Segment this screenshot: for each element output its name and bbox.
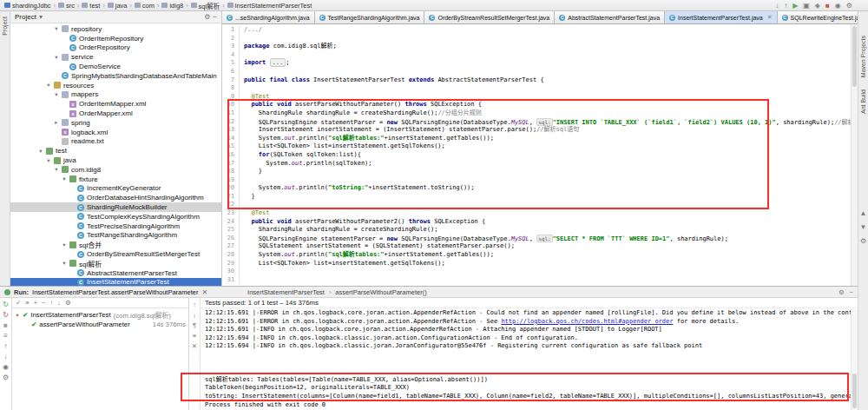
- project-tree-item[interactable]: ▾sql解析: [10, 259, 221, 268]
- tree-expanded-arrow-icon[interactable]: ▾: [62, 175, 67, 182]
- project-tree-item[interactable]: CTestRangeShardingAlgorithm: [10, 231, 221, 241]
- debug-icon[interactable]: ▣: [803, 2, 810, 10]
- project-tree-item[interactable]: CInsertStatementParserTest: [10, 278, 221, 286]
- project-tree-item[interactable]: COrderItemRepository: [10, 34, 221, 43]
- console-output[interactable]: 12:12:15.691 |-ERROR in ch.qos.logback.c…: [201, 309, 851, 410]
- print-icon[interactable]: ≡: [193, 332, 196, 340]
- panel-settings-icon[interactable]: ⚙: [204, 13, 210, 21]
- close-run-tab-icon[interactable]: ✕: [201, 288, 207, 296]
- breadcrumb-item[interactable]: test: [82, 2, 100, 10]
- breadcrumb-item[interactable]: src: [58, 2, 75, 10]
- run-icon[interactable]: ▶: [792, 2, 798, 10]
- project-tree-item[interactable]: ▾sql合并: [10, 240, 221, 249]
- tree-expanded-arrow-icon[interactable]: ▾: [46, 82, 51, 89]
- project-tree-item[interactable]: ▸spring: [10, 118, 221, 128]
- up-icon[interactable]: ↑: [4, 342, 8, 350]
- project-tree-item[interactable]: CTestComplexKeysShardingAlgorithm: [10, 212, 221, 222]
- search-icon[interactable]: ◉: [835, 2, 841, 10]
- editor-tab[interactable]: CAbstractStatementParserTest.java: [555, 11, 665, 23]
- tree-expanded-arrow-icon[interactable]: ▾: [54, 166, 59, 173]
- previous-failed-icon[interactable]: ↑: [49, 299, 53, 307]
- tool-stripe-button-maven-projects[interactable]: Maven Projects: [860, 36, 866, 77]
- project-tree-item[interactable]: ▾repository: [10, 24, 221, 34]
- breadcrumb-item[interactable]: shardingJdbc: [4, 2, 51, 10]
- breadcrumb-item[interactable]: InsertStatementParserTest: [227, 2, 312, 10]
- project-tree-item[interactable]: readme.txt: [10, 137, 221, 147]
- rerun-icon[interactable]: ↻: [3, 301, 9, 308]
- breadcrumb-item[interactable]: java: [108, 2, 128, 10]
- project-tree-item[interactable]: COrderByStreamResultSetMergerTest: [10, 249, 221, 259]
- project-tree-item[interactable]: CIncrementKeyGenerator: [10, 184, 221, 194]
- project-tree-item[interactable]: ▾com.idig8: [10, 165, 221, 175]
- tree-expanded-arrow-icon[interactable]: ▾: [46, 157, 51, 164]
- run-tab[interactable]: InsertStatementParserTest.assertParseWit…: [32, 288, 198, 296]
- soft-wrap-icon[interactable]: ¶: [193, 321, 196, 329]
- clear-console-icon[interactable]: ✕: [192, 342, 197, 350]
- project-tree-item[interactable]: COrderDatabaseHintShardingAlgorithm: [10, 193, 221, 202]
- hide-passed-icon[interactable]: ✓: [16, 299, 21, 307]
- collapse-all-icon[interactable]: −: [42, 299, 45, 307]
- project-tree-item[interactable]: ▾fixture: [10, 175, 221, 184]
- tree-expanded-arrow-icon[interactable]: ▾: [62, 260, 67, 267]
- tree-expanded-arrow-icon[interactable]: ▾: [54, 91, 59, 98]
- breadcrumb-item[interactable]: sql解析: [191, 1, 220, 10]
- project-tree-item[interactable]: ▾mappers: [10, 90, 221, 100]
- project-tree-item[interactable]: xOrderMapper.xml: [10, 109, 221, 118]
- project-tree-item[interactable]: CSpringMybatisShardingDatabaseAndTableMa…: [10, 71, 221, 81]
- tool-settings-icon[interactable]: ⚙: [860, 237, 866, 245]
- settings-icon[interactable]: ⚙: [3, 374, 9, 381]
- project-tree-item[interactable]: xOrderItemMapper.xml: [10, 99, 221, 109]
- tree-expanded-arrow-icon[interactable]: ▾: [38, 148, 43, 155]
- tree-expanded-arrow-icon[interactable]: ▾: [54, 25, 59, 32]
- project-panel-title[interactable]: Project: [15, 13, 36, 21]
- tree-expanded-arrow-icon[interactable]: ▾: [15, 312, 20, 319]
- expand-all-icon[interactable]: +: [34, 299, 37, 307]
- tree-expanded-arrow-icon[interactable]: ▾: [54, 54, 59, 61]
- project-tree-item[interactable]: CTestPreciseShardingAlgorithm: [10, 222, 221, 231]
- hide-tool-window-icon[interactable]: −: [850, 288, 853, 296]
- run-settings-icon[interactable]: ⚙: [838, 288, 845, 296]
- project-tree-item[interactable]: ▾test: [10, 146, 221, 155]
- console-link[interactable]: http://logback.qos.ch/codes.html#appende…: [501, 318, 673, 325]
- next-failed-icon[interactable]: ↓: [57, 299, 61, 307]
- test-history-icon[interactable]: ≡: [3, 332, 8, 340]
- editor-breadcrumb-item[interactable]: assertParseWithoutParameter(): [335, 288, 426, 296]
- up-stack-trace-icon[interactable]: ↑: [193, 301, 196, 308]
- coverage-icon[interactable]: ◈: [815, 2, 820, 10]
- vcs-commit-icon[interactable]: ↑: [784, 2, 787, 10]
- console-scrollbar[interactable]: [851, 309, 858, 410]
- down-stack-trace-icon[interactable]: ↓: [193, 311, 196, 319]
- down-icon[interactable]: ↓: [4, 353, 8, 360]
- editor-breadcrumb-item[interactable]: InsertStatementParserTest: [247, 288, 325, 296]
- tool-stripe-button-ant-build[interactable]: Ant Build: [860, 89, 866, 114]
- project-tree-item[interactable]: COrderRepository: [10, 43, 221, 53]
- project-tree-item[interactable]: CDemoService: [10, 62, 221, 71]
- editor-tab[interactable]: CTestRangeShardingAlgorithm.java: [315, 11, 425, 23]
- collapse-panel-icon[interactable]: −: [213, 13, 217, 21]
- rerun-failed-icon[interactable]: ↻: [3, 311, 9, 319]
- editor-scrollbar-thumb[interactable]: [852, 26, 857, 87]
- tree-expanded-arrow-icon[interactable]: ▾: [62, 241, 67, 248]
- stop-icon[interactable]: ■: [825, 2, 830, 10]
- project-tree-item[interactable]: ▾service: [10, 52, 221, 62]
- chevron-down-icon[interactable]: ▾: [39, 13, 43, 21]
- project-stripe-button[interactable]: Project: [2, 17, 8, 36]
- scroll-up-icon[interactable]: ▲: [860, 209, 867, 217]
- test-settings-icon[interactable]: ⚙: [65, 299, 71, 307]
- scroll-down-icon[interactable]: ▼: [860, 223, 867, 231]
- project-tree-item[interactable]: xlogback.xml: [10, 128, 221, 137]
- editor-tab[interactable]: C...seShardingAlgorithm.java: [222, 11, 315, 23]
- editor-tab[interactable]: COrderByStreamResultSetMergerTest.java: [424, 11, 555, 23]
- editor-tab[interactable]: CSQLRewriteEngineTest.java: [778, 11, 858, 23]
- pin-icon[interactable]: ◉: [3, 363, 9, 371]
- editor-tab[interactable]: CInsertStatementParserTest.java✕: [665, 11, 778, 23]
- project-tree-item[interactable]: CAbstractStatementParserTest: [10, 268, 221, 278]
- editor-scrollbar[interactable]: [851, 24, 858, 286]
- project-tree-item[interactable]: ▾resources: [10, 81, 221, 90]
- stop-icon[interactable]: ■: [3, 321, 8, 329]
- tree-collapsed-arrow-icon[interactable]: ▸: [54, 119, 59, 126]
- test-tree-item[interactable]: ✔assertParseWithoutParameter14s 376ms: [12, 320, 188, 329]
- vcs-update-icon[interactable]: ↓: [775, 2, 779, 10]
- project-tree-item[interactable]: ▾java: [10, 155, 221, 165]
- console-scrollbar-thumb[interactable]: [852, 374, 857, 408]
